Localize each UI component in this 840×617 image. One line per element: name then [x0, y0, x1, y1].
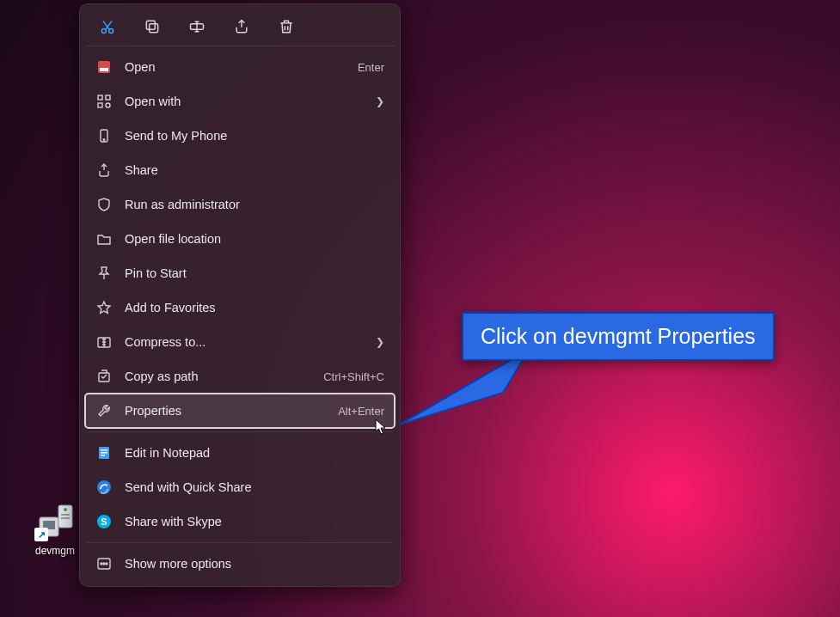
svg-rect-14: [106, 95, 110, 100]
skype-icon: S: [95, 513, 113, 530]
menu-item-copy-path[interactable]: Copy as path Ctrl+Shift+C: [85, 359, 395, 394]
callout-text: Click on devmgmt Properties: [481, 324, 756, 348]
menu-label: Open file location: [125, 232, 384, 246]
menu-label: Edit in Notepad: [125, 446, 384, 460]
share-button[interactable]: [231, 16, 252, 37]
svg-rect-12: [100, 68, 108, 71]
menu-item-more-options[interactable]: Show more options: [85, 547, 395, 581]
devmgmt-icon: ↗: [34, 500, 76, 541]
pin-icon: [95, 265, 113, 282]
notepad-icon: [95, 444, 113, 461]
open-icon: [95, 58, 113, 76]
star-icon: [95, 299, 113, 316]
share-icon: [95, 162, 113, 179]
quick-share-icon: [95, 479, 113, 496]
svg-rect-15: [98, 103, 102, 107]
more-options-icon: [95, 555, 113, 572]
desktop-shortcut-label: devmgm: [35, 545, 75, 557]
menu-item-edit-notepad[interactable]: Edit in Notepad: [85, 436, 395, 470]
svg-rect-24: [101, 455, 105, 456]
shield-icon: [95, 196, 113, 213]
menu-label: Send to My Phone: [125, 129, 384, 143]
menu-item-pin-start[interactable]: Pin to Start: [85, 256, 395, 290]
svg-rect-13: [98, 95, 102, 100]
menu-item-compress[interactable]: Compress to... ❯: [85, 325, 395, 359]
svg-point-18: [103, 139, 105, 141]
svg-point-6: [101, 29, 106, 34]
phone-icon: [95, 127, 113, 144]
menu-accelerator: Ctrl+Shift+C: [323, 370, 384, 383]
svg-marker-32: [400, 350, 529, 425]
open-with-icon: [95, 93, 113, 110]
instruction-callout: Click on devmgmt Properties: [462, 312, 775, 361]
svg-rect-4: [61, 514, 70, 516]
chevron-right-icon: ❯: [376, 95, 384, 107]
menu-label: Open: [125, 60, 358, 74]
menu-item-skype[interactable]: S Share with Skype: [85, 504, 395, 539]
chevron-right-icon: ❯: [376, 336, 384, 348]
menu-item-send-phone[interactable]: Send to My Phone: [85, 119, 395, 153]
menu-label: Run as administrator: [125, 198, 384, 211]
menu-divider: [87, 431, 393, 432]
archive-icon: [95, 333, 113, 351]
menu-accelerator: Enter: [358, 61, 384, 74]
svg-point-3: [64, 508, 67, 511]
menu-label: Compress to...: [125, 335, 369, 349]
menu-divider: [87, 542, 393, 543]
menu-item-share[interactable]: Share: [85, 153, 395, 187]
menu-label: Pin to Start: [125, 266, 384, 280]
menu-label: Copy as path: [125, 370, 323, 383]
svg-point-25: [97, 480, 111, 494]
menu-label: Properties: [125, 404, 338, 418]
copy-path-icon: [95, 368, 113, 385]
svg-text:S: S: [101, 516, 107, 527]
menu-item-open-location[interactable]: Open file location: [85, 222, 395, 256]
svg-rect-23: [101, 452, 107, 454]
svg-rect-22: [101, 449, 107, 451]
menu-item-open[interactable]: Open Enter: [85, 50, 395, 84]
folder-icon: [95, 230, 113, 247]
svg-rect-5: [61, 517, 70, 519]
svg-point-16: [106, 103, 110, 107]
svg-rect-8: [150, 24, 158, 33]
shortcut-overlay-icon: ↗: [34, 528, 48, 541]
svg-point-7: [109, 29, 113, 34]
menu-item-favorites[interactable]: Add to Favorites: [85, 290, 395, 325]
svg-point-29: [101, 563, 102, 565]
rename-button[interactable]: [187, 16, 207, 37]
menu-label: Add to Favorites: [125, 301, 384, 315]
copy-button[interactable]: [142, 16, 162, 37]
svg-rect-9: [146, 21, 155, 29]
svg-point-30: [103, 563, 105, 565]
menu-label: Open with: [125, 95, 369, 108]
menu-item-properties[interactable]: Properties Alt+Enter: [85, 394, 395, 428]
context-menu: Open Enter Open with ❯ Send to My Phone …: [79, 3, 401, 587]
wrench-icon: [95, 402, 113, 419]
quick-action-row: [85, 9, 395, 46]
menu-item-run-admin[interactable]: Run as administrator: [85, 187, 395, 222]
menu-label: Share with Skype: [125, 515, 384, 528]
desktop-shortcut-devmgmt[interactable]: ↗ devmgm: [26, 500, 84, 557]
svg-point-31: [106, 563, 107, 565]
delete-button[interactable]: [276, 16, 297, 37]
menu-item-open-with[interactable]: Open with ❯: [85, 84, 395, 119]
menu-accelerator: Alt+Enter: [338, 405, 384, 418]
menu-label: Send with Quick Share: [125, 480, 384, 494]
cut-button[interactable]: [97, 16, 118, 37]
menu-label: Share: [125, 163, 384, 177]
menu-item-quick-share[interactable]: Send with Quick Share: [85, 470, 395, 504]
menu-label: Show more options: [125, 557, 384, 571]
